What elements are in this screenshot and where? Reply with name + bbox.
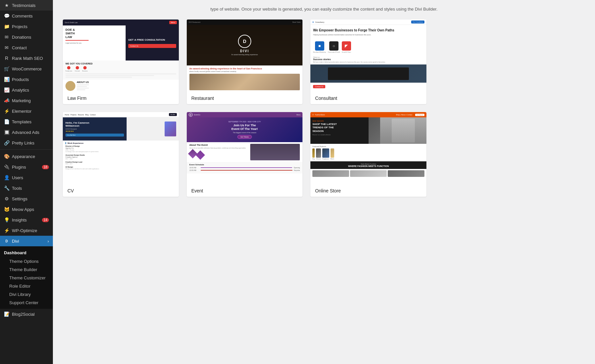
sidebar-label-settings: Settings <box>12 196 27 201</box>
sidebar-item-woocommerce[interactable]: 🛒 WooCommerce <box>0 63 53 74</box>
elementor-icon: ⚡ <box>4 108 9 114</box>
submenu-theme-builder[interactable]: Theme Builder <box>0 265 53 274</box>
advanced-ads-icon: 🔲 <box>4 130 9 135</box>
template-card-cv[interactable]: Home Projects Resume Blog Contact Hire M… <box>63 112 179 197</box>
sidebar-label-templates: Templates <box>12 119 31 124</box>
submenu-theme-options[interactable]: Theme Options <box>0 257 53 265</box>
sidebar-label-donations: Donations <box>12 35 31 40</box>
plugins-badge: 18 <box>42 165 49 169</box>
sidebar-label-users: Users <box>12 175 23 180</box>
template-card-restaurant[interactable]: DIVI Restaurant Book Table D DIVI An awa… <box>187 20 303 104</box>
sidebar-label-elementor: Elementor <box>12 109 31 114</box>
sidebar-label-testimonials: Testimonials <box>12 3 36 8</box>
rank-math-icon: R <box>4 56 9 61</box>
template-preview-event: D EventCo Menu SEPTEMBER 7TH 2023 · NEW … <box>187 112 303 185</box>
sidebar-item-settings[interactable]: ⚙ Settings <box>0 193 53 204</box>
sidebar-item-elementor[interactable]: ⚡ Elementor <box>0 106 53 116</box>
plugins-icon: 🔌 <box>4 164 9 170</box>
sidebar-item-comments[interactable]: 💬 Comments <box>0 11 53 21</box>
sidebar-item-templates[interactable]: 📄 Templates <box>0 116 53 127</box>
users-icon: 👤 <box>4 175 9 180</box>
sidebar-item-wp-optimize[interactable]: ⚡ WP-Optimize <box>0 225 53 236</box>
templates-icon: 📄 <box>4 119 9 124</box>
submenu-support-center[interactable]: Support Center <box>0 299 53 307</box>
testimonials-icon: ★ <box>4 3 9 8</box>
sidebar-item-donations[interactable]: ✉ Donations <box>0 32 53 42</box>
submenu-theme-customizer[interactable]: Theme Customizer <box>0 274 53 282</box>
intro-text: type of website. Once your website is ge… <box>208 7 440 12</box>
sidebar-item-products[interactable]: 📊 Products <box>0 74 53 85</box>
template-label-consultant: Consultant <box>310 92 426 104</box>
template-card-law-firm[interactable]: Doe & Smith Law Menu DOE &SMITHLAW Legal… <box>63 20 179 104</box>
template-label-online-store: Online Store <box>310 185 426 197</box>
analytics-icon: 📈 <box>4 87 9 93</box>
contact-icon: ✉ <box>4 45 9 50</box>
pretty-links-icon: 🔗 <box>4 140 9 145</box>
template-label-cv: CV <box>63 185 179 197</box>
blog2social-icon: 📝 <box>4 311 9 317</box>
template-preview-law-firm: Doe & Smith Law Menu DOE &SMITHLAW Legal… <box>63 20 179 92</box>
meow-apps-icon: 🐱 <box>4 207 9 212</box>
template-label-law-firm: Law Firm <box>63 92 179 104</box>
sidebar-item-divi[interactable]: D Divi › <box>0 236 53 246</box>
sidebar-item-testimonials[interactable]: ★ Testimonials <box>0 0 53 11</box>
sidebar-item-users[interactable]: 👤 Users <box>0 172 53 183</box>
submenu-role-editor[interactable]: Role Editor <box>0 282 53 290</box>
sidebar-label-meow-apps: Meow Apps <box>12 207 34 212</box>
settings-icon: ⚙ <box>4 196 9 201</box>
sidebar-label-projects: Projects <box>12 24 27 29</box>
sidebar-item-appearance[interactable]: 🎨 Appearance <box>0 151 53 162</box>
sidebar-item-tools[interactable]: 🔧 Tools <box>0 183 53 193</box>
sidebar-label-comments: Comments <box>12 14 33 19</box>
main-content: type of website. Once your website is ge… <box>53 0 595 364</box>
marketing-icon: 📣 <box>4 98 9 103</box>
divi-chevron: › <box>48 239 49 244</box>
sidebar-item-contact[interactable]: ✉ Contact <box>0 42 53 53</box>
sidebar-item-blog2social[interactable]: 📝 Blog2Social <box>0 309 53 319</box>
template-label-restaurant: Restaurant <box>187 92 303 104</box>
sidebar-label-marketing: Marketing <box>12 98 31 103</box>
sidebar-label-products: Products <box>12 77 29 82</box>
template-card-event[interactable]: D EventCo Menu SEPTEMBER 7TH 2023 · NEW … <box>187 112 303 197</box>
template-card-consultant[interactable]: D Consultancy Free Consultation We Empow… <box>310 20 426 104</box>
sidebar-item-pretty-links[interactable]: 🔗 Pretty Links <box>0 138 53 148</box>
woocommerce-icon: 🛒 <box>4 66 9 71</box>
divi-submenu: Dashboard Theme Options Theme Builder Th… <box>0 246 53 309</box>
sidebar-item-analytics[interactable]: 📈 Analytics <box>0 85 53 95</box>
donations-icon: ✉ <box>4 34 9 40</box>
template-preview-cv: Home Projects Resume Blog Contact Hire M… <box>63 112 179 185</box>
template-label-event: Event <box>187 185 303 197</box>
sidebar-label-blog2social: Blog2Social <box>12 312 35 317</box>
products-icon: 📊 <box>4 77 9 82</box>
tools-icon: 🔧 <box>4 185 9 191</box>
sidebar-label-advanced-ads: Advanced Ads <box>12 130 39 135</box>
insights-icon: 💡 <box>4 217 9 222</box>
template-preview-online-store: D FashionStore Shop | About | Contact Ge… <box>310 112 426 185</box>
sidebar-item-meow-apps[interactable]: 🐱 Meow Apps <box>0 204 53 215</box>
sidebar-item-marketing[interactable]: 📣 Marketing <box>0 95 53 106</box>
sidebar-label-analytics: Analytics <box>12 88 29 93</box>
template-grid: Doe & Smith Law Menu DOE &SMITHLAW Legal… <box>63 20 426 197</box>
template-preview-restaurant: DIVI Restaurant Book Table D DIVI An awa… <box>187 20 303 92</box>
sidebar-label-divi: Divi <box>12 239 19 244</box>
projects-icon: 📁 <box>4 24 9 29</box>
sidebar-divider-1 <box>0 149 53 150</box>
comments-icon: 💬 <box>4 13 9 19</box>
template-preview-consultant: D Consultancy Free Consultation We Empow… <box>310 20 426 92</box>
sidebar-label-plugins: Plugins <box>12 165 26 170</box>
sidebar-item-insights[interactable]: 💡 Insights 14 <box>0 215 53 225</box>
sidebar-label-tools: Tools <box>12 186 22 191</box>
sidebar-item-rank-math[interactable]: R Rank Math SEO <box>0 53 53 63</box>
submenu-divi-library[interactable]: Divi Library <box>0 290 53 299</box>
sidebar-label-insights: Insights <box>12 218 27 222</box>
divi-icon: D <box>4 238 9 244</box>
sidebar-label-rank-math: Rank Math SEO <box>12 56 43 61</box>
appearance-icon: 🎨 <box>4 154 9 159</box>
insights-badge: 14 <box>42 218 49 222</box>
submenu-title[interactable]: Dashboard <box>0 248 53 257</box>
template-card-online-store[interactable]: D FashionStore Shop | About | Contact Ge… <box>310 112 426 197</box>
sidebar-label-pretty-links: Pretty Links <box>12 141 34 145</box>
sidebar-item-plugins[interactable]: 🔌 Plugins 18 <box>0 162 53 172</box>
sidebar-item-projects[interactable]: 📁 Projects <box>0 21 53 32</box>
sidebar-item-advanced-ads[interactable]: 🔲 Advanced Ads <box>0 127 53 138</box>
